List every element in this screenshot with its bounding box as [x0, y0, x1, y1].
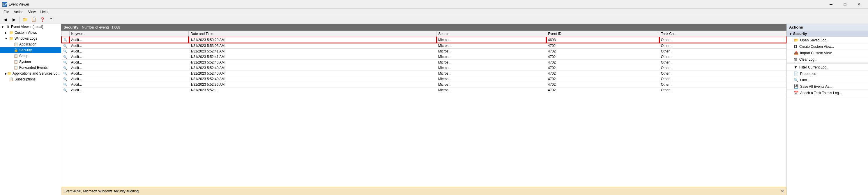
- clear-log-icon: 🗑: [794, 57, 798, 61]
- table-row[interactable]: 🔍Audit...1/31/2023 5:52:41 AMMicros...47…: [61, 49, 786, 54]
- magnifier-cell: 🔍: [61, 37, 69, 43]
- menu-file[interactable]: File: [1, 9, 11, 15]
- table-row[interactable]: 🔍Audit...1/31/2023 5:52:...Micros...4702…: [61, 87, 786, 93]
- cell-datetime: 1/31/2023 5:52:41 AM: [189, 54, 436, 60]
- cell-eventid: 4702: [546, 60, 659, 65]
- magnifier-cell: 🔍: [61, 71, 69, 76]
- action-clear-log[interactable]: 🗑Clear Log...: [787, 56, 868, 63]
- cell-source: Micros...: [436, 54, 546, 60]
- expand-icon-apps: ▶: [5, 72, 7, 75]
- magnifier-cell: 🔍: [61, 87, 69, 93]
- table-row[interactable]: 🔍Audit...1/31/2023 5:52:40 AMMicros...47…: [61, 76, 786, 82]
- apps-icon: 📁: [7, 71, 11, 76]
- table-row[interactable]: 🔍Audit...1/31/2023 5:52:40 AMMicros...47…: [61, 71, 786, 76]
- tree-item-subscriptions[interactable]: 📋 Subscriptions: [0, 76, 61, 82]
- table-row[interactable]: 🔍Audit...1/31/2023 5:53:05 AMMicros...47…: [61, 43, 786, 49]
- tree-item-windows-logs[interactable]: ▼ 📁 Windows Logs: [0, 35, 61, 41]
- tree-item-system[interactable]: 📋 System: [0, 59, 61, 65]
- action-attach-task[interactable]: 📅Attach a Task To this Log...: [787, 90, 868, 96]
- table-row[interactable]: 🔍Audit...1/31/2023 5:52:40 AMMicros...47…: [61, 65, 786, 71]
- cell-taskcat: Other ...: [659, 76, 786, 82]
- app-icon: EV: [2, 2, 7, 7]
- cell-source: Micros...: [436, 43, 546, 49]
- action-open-saved-log[interactable]: 📂Open Saved Log...: [787, 37, 868, 44]
- title-bar: EV Event Viewer ─ □ ✕: [0, 0, 868, 9]
- action-find[interactable]: 🔍Find...: [787, 77, 868, 83]
- events-title: Security: [63, 25, 78, 29]
- tree-item-custom-views[interactable]: ▶ 📁 Custom Views: [0, 30, 61, 35]
- col-keyword-text[interactable]: Keywor...: [69, 31, 189, 37]
- cell-source: Micros...: [436, 60, 546, 65]
- col-keyword[interactable]: [61, 31, 69, 37]
- tree-item-forwarded-events[interactable]: 📋 Forwarded Events: [0, 65, 61, 71]
- cell-eventid: 4702: [546, 87, 659, 93]
- custom-views-icon: 📁: [9, 30, 13, 35]
- cell-taskcat: Other ...: [659, 87, 786, 93]
- toolbar-help[interactable]: ❓: [38, 16, 46, 23]
- cell-datetime: 1/31/2023 5:52:...: [189, 87, 436, 93]
- action-create-custom-view[interactable]: 🗒Create Custom View...: [787, 44, 868, 50]
- tree-item-root[interactable]: ▼ 🖥 Event Viewer (Local): [0, 24, 61, 30]
- table-row[interactable]: 🔍Audit...1/31/2023 5:52:41 AMMicros...47…: [61, 54, 786, 60]
- app-title: Event Viewer: [9, 2, 29, 6]
- application-icon: 📋: [13, 42, 18, 47]
- status-close-button[interactable]: ✕: [781, 189, 784, 194]
- save-all-events-icon: 💾: [794, 84, 798, 89]
- action-import-custom-view[interactable]: 📥Import Custom View...: [787, 50, 868, 56]
- toolbar-open[interactable]: 📁: [21, 16, 29, 23]
- cell-datetime: 1/31/2023 5:52:40 AM: [189, 60, 436, 65]
- action-properties[interactable]: 📄Properties: [787, 71, 868, 77]
- attach-task-label: Attach a Task To this Log...: [800, 91, 842, 95]
- cell-eventid: 4702: [546, 82, 659, 87]
- events-tbody: 🔍Audit...1/31/2023 5:59:29 AMMicros...46…: [61, 37, 786, 93]
- cell-source: Micros...: [436, 76, 546, 82]
- cell-datetime: 1/31/2023 5:52:41 AM: [189, 49, 436, 54]
- magnifier-cell: 🔍: [61, 54, 69, 60]
- cell-keyword: Audit...: [69, 82, 189, 87]
- actions-list: 📂Open Saved Log...🗒Create Custom View...…: [787, 37, 868, 96]
- cell-keyword: Audit...: [69, 43, 189, 49]
- toolbar-sep-1: [19, 17, 20, 23]
- table-row[interactable]: 🔍Audit...1/31/2023 5:59:29 AMMicros...46…: [61, 37, 786, 43]
- col-datetime[interactable]: Date and Time: [189, 31, 436, 37]
- maximize-button[interactable]: □: [838, 0, 852, 9]
- menu-view[interactable]: View: [26, 9, 38, 15]
- toolbar-forward[interactable]: ▶: [10, 16, 18, 23]
- cell-taskcat: Other ...: [659, 37, 786, 43]
- cell-eventid: 4702: [546, 43, 659, 49]
- expand-icon-windows-logs: ▼: [5, 37, 9, 40]
- filter-current-log-label: Filter Current Log...: [799, 65, 829, 69]
- cell-source: Micros...: [436, 37, 546, 43]
- tree-item-security[interactable]: 🔒 Security: [0, 47, 61, 53]
- menu-action[interactable]: Action: [11, 9, 26, 15]
- toolbar-log[interactable]: 🗒: [47, 16, 55, 23]
- action-save-all-events[interactable]: 💾Save All Events As...: [787, 83, 868, 90]
- col-eventid[interactable]: Event ID: [546, 31, 659, 37]
- system-icon: 📋: [13, 59, 18, 64]
- toolbar-new[interactable]: 📋: [29, 16, 37, 23]
- col-source[interactable]: Source: [436, 31, 546, 37]
- table-row[interactable]: 🔍Audit...1/31/2023 5:52:36 AMMicros...47…: [61, 82, 786, 87]
- cell-taskcat: Other ...: [659, 54, 786, 60]
- action-filter-current-log[interactable]: ▼Filter Current Log...: [787, 64, 868, 71]
- cell-eventid: 4702: [546, 71, 659, 76]
- close-button[interactable]: ✕: [852, 0, 866, 9]
- menu-help[interactable]: Help: [38, 9, 50, 15]
- cell-taskcat: Other ...: [659, 49, 786, 54]
- magnifier-cell: 🔍: [61, 82, 69, 87]
- events-table[interactable]: Keywor... Date and Time Source Event ID …: [61, 31, 786, 187]
- main-content: ▼ 🖥 Event Viewer (Local) ▶ 📁 Custom View…: [0, 24, 868, 195]
- table-row[interactable]: 🔍Audit...1/31/2023 5:52:40 AMMicros...47…: [61, 60, 786, 65]
- root-icon: 🖥: [5, 25, 10, 29]
- toolbar-back[interactable]: ◀: [1, 16, 9, 23]
- tree-item-application[interactable]: 📋 Application: [0, 41, 61, 47]
- tree-item-apps-services[interactable]: ▶ 📁 Applications and Services Lo...: [0, 71, 61, 76]
- cell-source: Micros...: [436, 87, 546, 93]
- cell-keyword: Audit...: [69, 87, 189, 93]
- cell-keyword: Audit...: [69, 60, 189, 65]
- cell-keyword: Audit...: [69, 37, 189, 43]
- open-saved-log-label: Open Saved Log...: [800, 38, 829, 42]
- col-taskcat[interactable]: Task Ca...: [659, 31, 786, 37]
- minimize-button[interactable]: ─: [824, 0, 838, 9]
- tree-item-setup[interactable]: 📋 Setup: [0, 53, 61, 59]
